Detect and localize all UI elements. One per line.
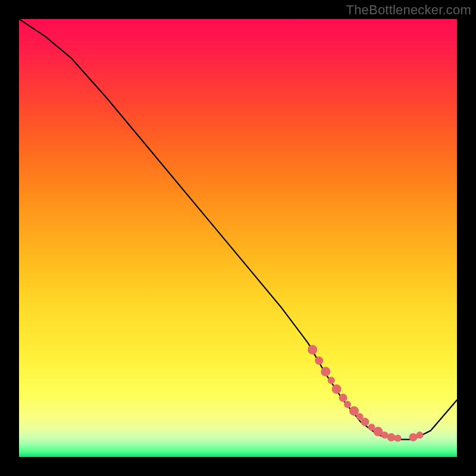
plot-area (19, 19, 457, 457)
chart-frame: TheBottlenecker.com (0, 0, 476, 476)
sweet-spot-dot (344, 401, 351, 408)
sweet-spot-dot (339, 394, 347, 402)
chart-svg (19, 19, 457, 457)
sweet-spot-dot (321, 367, 330, 377)
sweet-spot-dot (387, 433, 396, 441)
watermark-text: TheBottlenecker.com (346, 2, 471, 18)
sweet-spot-dot (416, 431, 423, 439)
sweet-spot-dot (394, 434, 402, 441)
sweet-spot-dot (315, 356, 323, 365)
sweet-spot-dot (328, 377, 335, 384)
sweet-spot-dot (409, 433, 417, 441)
sweet-spot-dot (361, 418, 369, 426)
sweet-spot-dot (332, 384, 342, 394)
sweet-spot-dot (308, 345, 317, 355)
gradient-background (19, 19, 457, 457)
